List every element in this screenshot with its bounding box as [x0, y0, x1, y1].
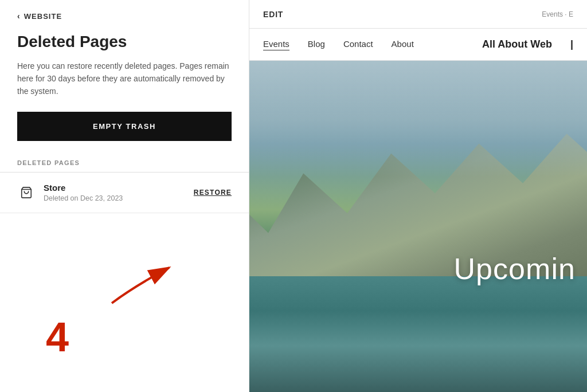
chevron-left-icon: ‹: [17, 11, 21, 21]
back-label: WEBSITE: [24, 12, 62, 21]
nav-item-blog[interactable]: Blog: [308, 39, 325, 50]
section-label: DELETED PAGES: [0, 159, 249, 166]
hero-image: Upcomin: [249, 61, 587, 392]
panel-content: Deleted Pages Here you can restore recen…: [0, 26, 249, 159]
page-date: Deleted on Dec 23, 2023: [44, 194, 194, 202]
arrow-annotation: [89, 252, 192, 309]
nav-bar: Events Blog Contact About All About Web …: [249, 29, 587, 61]
deleted-page-row: Store Deleted on Dec 23, 2023 RESTORE: [0, 173, 249, 213]
page-title: Deleted Pages: [17, 32, 232, 52]
empty-trash-button[interactable]: EMPTY TRASH: [17, 112, 232, 141]
restore-button[interactable]: RESTORE: [194, 189, 232, 197]
sky-overlay: [249, 61, 587, 177]
right-panel: EDIT Events · E Events Blog Contact Abou…: [249, 0, 587, 392]
site-title-overflow: |: [570, 38, 573, 50]
hero-text: Upcomin: [454, 252, 576, 286]
edit-bar: EDIT Events · E: [249, 0, 587, 29]
hero-background: [249, 61, 587, 392]
store-icon: [17, 183, 36, 202]
page-name: Store: [44, 183, 194, 193]
annotation-number: 4: [46, 316, 69, 358]
site-title: All About Web: [482, 38, 552, 50]
nav-item-about[interactable]: About: [392, 39, 414, 50]
back-nav[interactable]: ‹ WEBSITE: [0, 0, 249, 26]
left-panel: ‹ WEBSITE Deleted Pages Here you can res…: [0, 0, 249, 392]
nav-item-contact[interactable]: Contact: [343, 39, 373, 50]
breadcrumb: Events · E: [542, 10, 573, 18]
description-text: Here you can restore recently deleted pa…: [17, 60, 232, 98]
nav-item-events[interactable]: Events: [263, 39, 289, 50]
page-info: Store Deleted on Dec 23, 2023: [44, 183, 194, 202]
edit-label: EDIT: [263, 10, 283, 19]
